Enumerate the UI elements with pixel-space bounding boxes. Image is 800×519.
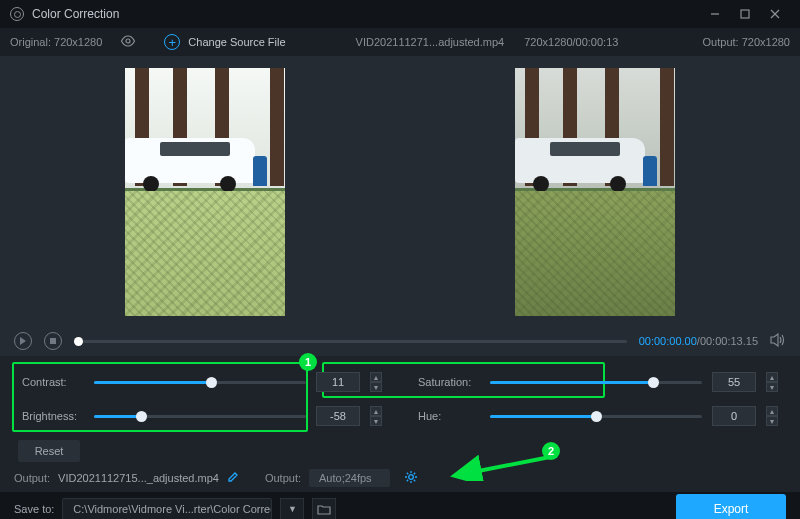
app-icon [10,7,24,21]
hue-up[interactable]: ▲ [766,406,778,416]
hue-label: Hue: [418,410,480,422]
minimize-button[interactable] [700,0,730,28]
preview-area [0,56,800,326]
volume-icon[interactable] [770,333,786,350]
saturation-up[interactable]: ▲ [766,372,778,382]
svg-point-4 [126,39,130,43]
eye-icon[interactable] [120,35,136,49]
contrast-up[interactable]: ▲ [370,372,382,382]
gear-icon[interactable] [404,470,418,486]
reset-button[interactable]: Reset [18,440,80,462]
svg-marker-7 [771,334,778,346]
path-dropdown[interactable]: ▼ [280,498,304,520]
saturation-label: Saturation: [418,376,480,388]
save-row: Save to: C:\Vidmore\Vidmore Vi...rter\Co… [0,492,800,519]
hue-row: Hue: 0 ▲▼ [418,406,778,426]
hue-down[interactable]: ▼ [766,416,778,426]
output-resolution: Output: 720x1280 [703,36,790,48]
source-resolution-duration: 720x1280/00:00:13 [524,36,618,48]
original-resolution: Original: 720x1280 [10,36,102,48]
output-file-label: Output: [14,472,50,484]
close-button[interactable] [760,0,790,28]
total-time: /00:00:13.15 [697,335,758,347]
stop-button[interactable] [44,332,62,350]
svg-line-10 [458,457,550,475]
contrast-label: Contrast: [22,376,84,388]
output-filename: VID2021112715..._adjusted.mp4 [58,472,219,484]
brightness-label: Brightness: [22,410,84,422]
brightness-value[interactable]: -58 [316,406,360,426]
preview-original [125,68,285,316]
window-title: Color Correction [32,7,119,21]
adjustment-panel: 1 2 Contrast: 11 ▲▼ Brightness: -58 ▲▼ S… [0,356,800,436]
output-row: Output: VID2021112715..._adjusted.mp4 Ou… [0,464,800,492]
source-filename: VID202111271...adjusted.mp4 [356,36,505,48]
svg-rect-1 [741,10,749,18]
change-source-button[interactable]: Change Source File [188,36,285,48]
plus-icon[interactable]: + [164,34,180,50]
contrast-value[interactable]: 11 [316,372,360,392]
hue-slider[interactable] [490,415,702,418]
title-bar: Color Correction [0,0,800,28]
brightness-slider[interactable] [94,415,306,418]
maximize-button[interactable] [730,0,760,28]
svg-marker-5 [20,337,26,345]
contrast-down[interactable]: ▼ [370,382,382,392]
timeline-slider[interactable] [74,340,627,343]
edit-icon[interactable] [227,471,239,485]
info-bar: Original: 720x1280 + Change Source File … [0,28,800,56]
timecode: 00:00:00.00/00:00:13.15 [639,335,758,347]
saturation-row: Saturation: 55 ▲▼ [418,372,778,392]
preview-adjusted [515,68,675,316]
output-format-value[interactable]: Auto;24fps [309,469,390,487]
export-button[interactable]: Export [676,494,786,519]
play-button[interactable] [14,332,32,350]
contrast-row: Contrast: 11 ▲▼ [22,372,382,392]
output-format-label: Output: [265,472,301,484]
saturation-value[interactable]: 55 [712,372,756,392]
playback-bar: 00:00:00.00/00:00:13.15 [0,326,800,356]
brightness-row: Brightness: -58 ▲▼ [22,406,382,426]
brightness-down[interactable]: ▼ [370,416,382,426]
annotation-arrow [450,451,555,481]
saturation-slider[interactable] [490,381,702,384]
folder-icon[interactable] [312,498,336,520]
hue-value[interactable]: 0 [712,406,756,426]
saturation-down[interactable]: ▼ [766,382,778,392]
save-path[interactable]: C:\Vidmore\Vidmore Vi...rter\Color Corre… [62,498,272,519]
svg-point-8 [408,475,413,480]
contrast-slider[interactable] [94,381,306,384]
current-time: 00:00:00.00 [639,335,697,347]
brightness-up[interactable]: ▲ [370,406,382,416]
save-to-label: Save to: [14,503,54,515]
svg-rect-6 [50,338,56,344]
